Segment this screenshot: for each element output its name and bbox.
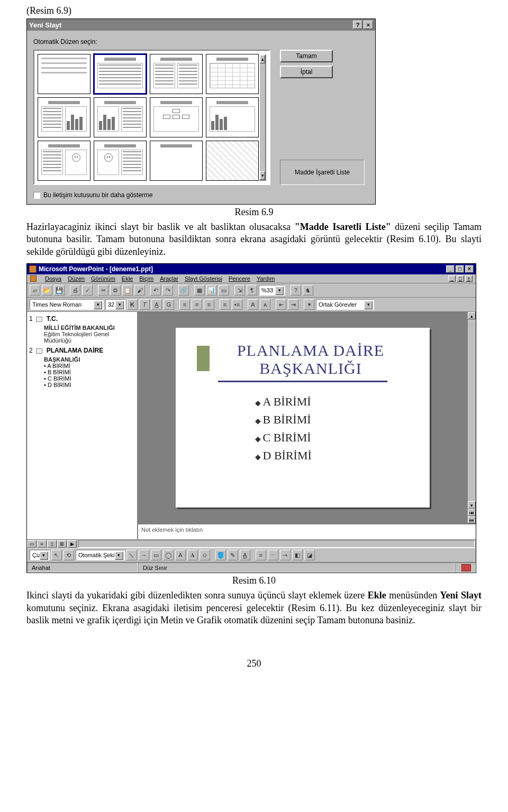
menu-window[interactable]: Pencere — [229, 275, 250, 282]
expand-icon[interactable]: ⇲ — [234, 285, 245, 296]
line-color-icon[interactable]: ✎ — [228, 550, 238, 560]
outline-slide1-sub2[interactable]: Müdürlüğü — [44, 337, 135, 344]
clipart-icon[interactable]: ☺ — [199, 550, 210, 560]
zoom-combo[interactable]: %33 — [259, 285, 285, 296]
next-slide-icon[interactable]: ⏭ — [468, 516, 476, 523]
scroll-up-icon[interactable]: ▴ — [468, 312, 476, 319]
open-icon[interactable]: 📂 — [42, 285, 52, 296]
increase-font-icon[interactable]: A — [248, 299, 258, 310]
slide-bullet-2[interactable]: B BİRİMİ — [255, 413, 409, 427]
scroll-down-icon[interactable]: ▾ — [468, 501, 476, 509]
scroll-up-button[interactable]: ▴ — [260, 55, 265, 63]
menu-insert[interactable]: Ekle — [122, 275, 133, 282]
assistant-icon[interactable]: ♞ — [303, 285, 313, 296]
layout-bulleted-list[interactable] — [94, 54, 147, 94]
shadow-icon[interactable]: G — [164, 299, 174, 310]
help-icon[interactable]: ? — [291, 285, 301, 296]
numbering-icon[interactable]: ≡ — [220, 299, 230, 310]
slide-vertical-scrollbar[interactable]: ▴ ▾ ⏮ ⏭ — [467, 312, 476, 523]
app-close-button[interactable]: × — [465, 265, 474, 273]
save-icon[interactable]: 💾 — [54, 285, 65, 296]
slide[interactable]: PLANLAMA DAİRE BAŞKANLIĞI A BİRİMİ B BİR… — [176, 328, 430, 508]
bold-icon[interactable]: K — [127, 299, 138, 310]
slide-bullet-4[interactable]: D BİRİMİ — [255, 449, 409, 463]
align-left-icon[interactable]: ≡ — [179, 299, 190, 310]
menu-edit[interactable]: Düzen — [68, 275, 85, 282]
spellcheck-book-icon[interactable] — [461, 564, 471, 571]
draw-menu-button[interactable]: Çiz — [30, 550, 50, 560]
minimize-button[interactable]: _ — [446, 265, 455, 273]
outline-slide-icon[interactable] — [36, 317, 42, 322]
layout-chart-and-text[interactable] — [94, 97, 147, 137]
dash-style-icon[interactable]: ⋯ — [268, 550, 278, 560]
autoshapes-button[interactable]: Otomatik Şekil — [76, 550, 125, 560]
cancel-button[interactable]: İptal — [280, 66, 333, 78]
font-color-icon[interactable]: A — [240, 550, 250, 560]
spellcheck-icon[interactable]: ✓ — [82, 285, 93, 296]
layout-clipart-and-text[interactable] — [94, 141, 147, 181]
doc-close-button[interactable]: × — [465, 275, 473, 282]
chart-icon[interactable]: 📊 — [206, 285, 217, 296]
3d-style-icon[interactable]: ◪ — [304, 550, 315, 560]
ok-button[interactable]: Tamam — [280, 50, 333, 62]
doc-minimize-button[interactable]: _ — [448, 275, 456, 282]
outline-slide2-title2[interactable]: BAŞKANLIĞI — [44, 356, 135, 363]
outline-slide1-title[interactable]: T.C. — [47, 315, 58, 322]
layout-table[interactable] — [206, 54, 259, 94]
prev-slide-icon[interactable]: ⏮ — [468, 509, 476, 516]
bullets-icon[interactable]: •≡ — [232, 299, 242, 310]
menu-tools[interactable]: Araçlar — [160, 275, 178, 282]
menu-file[interactable]: Dosya — [45, 275, 61, 282]
format-painter-icon[interactable]: 🖌 — [134, 285, 145, 296]
layout-scrollbar[interactable]: ▴ ▾ — [259, 54, 266, 181]
slide-title-line2[interactable]: BAŞKANLIĞI — [213, 359, 409, 377]
slide-bullet-3[interactable]: C BİRİMİ — [255, 431, 409, 445]
outline-view-icon[interactable]: ≡ — [37, 540, 47, 548]
maximize-button[interactable]: □ — [456, 265, 464, 273]
select-objects-icon[interactable]: ↖ — [51, 550, 62, 560]
layout-blank[interactable] — [206, 141, 259, 181]
textbox-icon[interactable]: A — [175, 550, 186, 560]
paste-icon[interactable]: 📋 — [122, 285, 133, 296]
align-right-icon[interactable]: ≡ — [204, 299, 214, 310]
layout-title-slide[interactable] — [38, 54, 90, 94]
new-slide-icon[interactable]: ▭ — [219, 285, 229, 296]
tables-icon[interactable]: ▦ — [194, 285, 205, 296]
layout-chart[interactable] — [206, 97, 259, 137]
italic-icon[interactable]: T — [139, 299, 150, 310]
outline-slide1-line2[interactable]: MİLLİ EĞİTİM BAKANLIĞI — [44, 325, 135, 331]
slide-bullet-1[interactable]: A BİRİMİ — [255, 395, 409, 409]
outline-slide-icon[interactable] — [36, 348, 42, 354]
doc-restore-button[interactable]: □ — [457, 275, 464, 282]
menu-format[interactable]: Biçim — [139, 275, 153, 282]
menu-help[interactable]: Yardım — [257, 275, 275, 282]
scroll-down-button[interactable]: ▾ — [260, 171, 265, 180]
arrow-icon[interactable]: → — [139, 550, 149, 560]
redo-icon[interactable]: ↷ — [162, 285, 173, 296]
outline-slide2-b1[interactable]: A BİRİMİ — [44, 363, 135, 369]
horizontal-scrollbar[interactable] — [78, 540, 475, 548]
arrow-style-icon[interactable]: ⇢ — [280, 550, 291, 560]
demote-icon[interactable]: ⇥ — [288, 299, 298, 310]
new-icon[interactable]: ▱ — [30, 285, 40, 296]
font-size-combo[interactable]: 32 — [105, 299, 125, 310]
hyperlink-icon[interactable]: 🔗 — [178, 285, 189, 296]
slide-title-line1[interactable]: PLANLAMA DAİRE — [213, 342, 409, 359]
outline-slide2-b4[interactable]: D BİRİMİ — [44, 382, 135, 388]
wordart-icon[interactable]: 𝐀 — [187, 550, 198, 560]
font-name-combo[interactable]: Times New Roman — [30, 299, 104, 310]
menu-view[interactable]: Görünüm — [91, 275, 115, 282]
print-icon[interactable]: 🖨 — [70, 285, 80, 296]
undo-icon[interactable]: ↶ — [150, 285, 161, 296]
outline-slide2-b3[interactable]: C BİRİMİ — [44, 375, 135, 382]
line-icon[interactable]: ＼ — [126, 550, 137, 560]
help-button[interactable]: ? — [353, 21, 362, 29]
show-formatting-icon[interactable]: ¶ — [247, 285, 257, 296]
copy-icon[interactable]: ⧉ — [110, 285, 121, 296]
notes-pane[interactable]: Not eklemek için tıklatın — [138, 523, 476, 539]
sorter-view-icon[interactable]: ⊞ — [57, 540, 67, 548]
animation-icon[interactable]: ✶ — [304, 299, 314, 310]
line-style-icon[interactable]: ≡ — [256, 550, 266, 560]
slideshow-view-icon[interactable]: ▶ — [67, 540, 77, 548]
align-center-icon[interactable]: ≡ — [192, 299, 202, 310]
